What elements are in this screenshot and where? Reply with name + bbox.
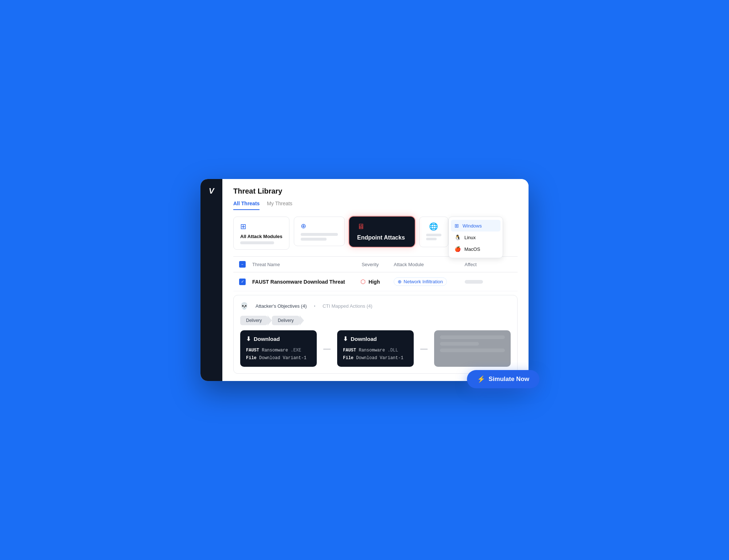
os-linux-item[interactable]: 🐧 Linux (449, 232, 503, 243)
details-panel: 💀 Attacker's Objectives (4) • CTI Mapped… (233, 295, 518, 374)
file-kw-2: File (343, 355, 354, 361)
download-filter-card[interactable]: ⊕ (294, 217, 345, 246)
objectives-label: Attacker's Objectives (4) (256, 303, 307, 309)
os-macos-item[interactable]: 🍎 MacOS (449, 243, 503, 255)
page-header: Threat Library All Threats My Threats (222, 179, 529, 210)
placeholder-bar-2 (440, 342, 479, 346)
bolt-icon: ⚡ (477, 375, 485, 383)
globe-filter-card[interactable]: 🌐 (419, 217, 448, 247)
monitor-icon: 🖥 (357, 222, 407, 231)
placeholder-bar-1 (440, 335, 505, 339)
module-plus-icon: ⊕ (398, 279, 402, 284)
download-card-2[interactable]: ⬇ Download FAUST Ransomware .DLL File Do… (337, 330, 414, 367)
apple-icon: 🍎 (455, 246, 461, 252)
action-steps: Delivery Delivery (240, 316, 511, 325)
affect-bar (465, 280, 483, 284)
step-delivery-2: Delivery (272, 316, 299, 325)
card-bar-1 (301, 233, 338, 236)
os-dropdown: ⊞ Windows 🐧 Linux 🍎 MacOS (448, 217, 503, 258)
th-checkbox: − (239, 261, 252, 268)
placeholder-bar-3 (440, 349, 505, 352)
tab-my-threats[interactable]: My Threats (267, 201, 292, 210)
threat-name-cell: FAUST Ransomware Download Threat (252, 279, 347, 285)
file-kw-1: File (246, 355, 257, 361)
attack-module-cell: ⊕ Network Infiltration (394, 277, 464, 286)
faust-kw-2: FAUST (343, 348, 356, 353)
globe-icon: 🌐 (429, 222, 438, 231)
globe-bars (426, 234, 441, 242)
variant-mid-1: Download Variant-1 (257, 355, 307, 361)
details-header: 💀 Attacker's Objectives (4) • CTI Mapped… (240, 302, 511, 310)
download-card-2-content: FAUST Ransomware .DLL File Download Vari… (343, 347, 408, 362)
download-card-1[interactable]: ⬇ Download FAUST Ransomware .EXE File Do… (240, 330, 317, 367)
page-title: Threat Library (233, 187, 518, 195)
app-logo: V (209, 186, 214, 196)
severity-hex-icon: ⬡ (360, 278, 366, 285)
th-affect: Affect (465, 262, 512, 267)
checked-icon: ✓ (239, 279, 246, 285)
download-card-1-content: FAUST Ransomware .EXE File Download Vari… (246, 347, 311, 362)
th-threat-name: Threat Name (252, 262, 347, 267)
table-header-row: − Threat Name Severity Attack Module Aff… (233, 256, 518, 272)
all-attack-modules-card[interactable]: ⊞ All Attack Modules (233, 217, 289, 250)
ext-1: .EXE (291, 348, 301, 353)
tabs-bar: All Threats My Threats (233, 201, 518, 210)
download-card-1-header: ⬇ Download (246, 335, 311, 342)
endpoint-attacks-label: Endpoint Attacks (357, 234, 407, 241)
grid-icon: ⊞ (240, 222, 282, 231)
simulate-now-button[interactable]: ⚡ Simulate Now (467, 370, 539, 388)
cti-label: CTI Mapped Actions (4) (323, 303, 373, 309)
severity-cell: ⬡ High (347, 278, 394, 285)
th-attack-module: Attack Module (394, 262, 464, 267)
download-card-2-title: Download (351, 336, 377, 342)
step-delivery-1: Delivery (240, 316, 268, 325)
affect-cell (465, 280, 512, 284)
download-arrow-icon-2: ⬇ (343, 335, 348, 342)
macos-label: MacOS (464, 246, 480, 252)
faust-kw-1: FAUST (246, 348, 259, 353)
simulate-now-label: Simulate Now (489, 376, 529, 383)
threats-table: − Threat Name Severity Attack Module Aff… (222, 256, 529, 291)
separator-dot: • (314, 304, 315, 308)
card-connector-2: — (419, 330, 429, 367)
download-card-2-header: ⬇ Download (343, 335, 408, 342)
th-severity: Severity (347, 262, 394, 267)
card-bar-2 (301, 238, 327, 241)
sidebar: V (200, 179, 222, 381)
all-attack-modules-label: All Attack Modules (240, 234, 282, 239)
linux-label: Linux (464, 235, 476, 240)
skull-icon: 💀 (240, 302, 248, 310)
endpoint-attacks-card[interactable]: 🖥 Endpoint Attacks (349, 217, 415, 247)
download-circle-icon: ⊕ (301, 222, 338, 230)
globe-bar-1 (426, 234, 441, 236)
severity-value: High (369, 279, 380, 285)
download-card-1-title: Download (254, 336, 280, 342)
variant-mid-2: Download Variant-1 (354, 355, 404, 361)
download-arrow-icon-1: ⬇ (246, 335, 251, 342)
download-card-placeholder (434, 330, 511, 367)
windows-label: Windows (463, 223, 482, 229)
download-cards-container: ⬇ Download FAUST Ransomware .EXE File Do… (240, 330, 511, 367)
linux-icon: 🐧 (455, 234, 461, 240)
windows-icon: ⊞ (455, 223, 459, 229)
module-tag[interactable]: ⊕ Network Infiltration (394, 277, 447, 286)
header-check-icon[interactable]: − (239, 261, 246, 268)
globe-bar-2 (426, 238, 437, 240)
module-name: Network Infiltration (404, 279, 443, 284)
os-windows-item[interactable]: ⊞ Windows (451, 220, 500, 232)
card-sub-bar (240, 241, 274, 244)
ransomware-mid-1: Ransomware (259, 348, 291, 353)
tab-all-threats[interactable]: All Threats (233, 201, 260, 210)
filter-cards-container: ⊞ All Attack Modules ⊕ 🖥 Endpoint Attack… (233, 217, 518, 250)
row-checkbox[interactable]: ✓ (239, 279, 252, 285)
main-content: Threat Library All Threats My Threats ⊞ … (222, 179, 529, 381)
filter-area: ⊞ All Attack Modules ⊕ 🖥 Endpoint Attack… (222, 210, 529, 256)
ext-2: .DLL (387, 348, 398, 353)
ransomware-mid-2: Ransomware (356, 348, 387, 353)
table-row[interactable]: ✓ FAUST Ransomware Download Threat ⬡ Hig… (233, 272, 518, 291)
card-connector-1: — (322, 330, 332, 367)
